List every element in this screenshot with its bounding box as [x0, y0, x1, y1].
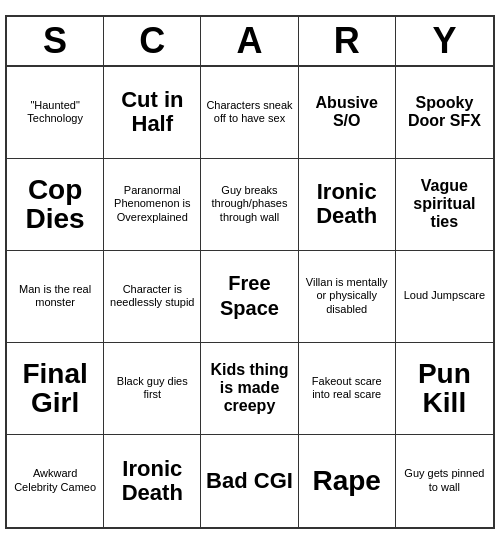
bingo-cell: Man is the real monster — [7, 251, 104, 343]
bingo-cell: Characters sneak off to have sex — [201, 67, 298, 159]
bingo-cell: Rape — [299, 435, 396, 527]
bingo-cell: Pun Kill — [396, 343, 493, 435]
header-letter: Y — [396, 17, 493, 65]
header-letter: R — [299, 17, 396, 65]
bingo-cell: Spooky Door SFX — [396, 67, 493, 159]
bingo-cell: Vague spiritual ties — [396, 159, 493, 251]
bingo-cell: Villan is mentally or physically disable… — [299, 251, 396, 343]
bingo-cell: Guy breaks through/phases through wall — [201, 159, 298, 251]
bingo-grid: "Haunted" TechnologyCut in HalfCharacter… — [7, 67, 493, 527]
bingo-cell: Awkward Celebrity Cameo — [7, 435, 104, 527]
bingo-cell: Fakeout scare into real scare — [299, 343, 396, 435]
header-letter: S — [7, 17, 104, 65]
bingo-cell: Abusive S/O — [299, 67, 396, 159]
bingo-cell: Paranormal Phenomenon is Overexplained — [104, 159, 201, 251]
header-letter: A — [201, 17, 298, 65]
bingo-cell: Black guy dies first — [104, 343, 201, 435]
header-letter: C — [104, 17, 201, 65]
bingo-card: SCARY "Haunted" TechnologyCut in HalfCha… — [5, 15, 495, 529]
bingo-cell: Character is needlessly stupid — [104, 251, 201, 343]
bingo-cell: "Haunted" Technology — [7, 67, 104, 159]
bingo-header: SCARY — [7, 17, 493, 67]
bingo-cell: Free Space — [201, 251, 298, 343]
bingo-cell: Final Girl — [7, 343, 104, 435]
bingo-cell: Bad CGI — [201, 435, 298, 527]
bingo-cell: Guy gets pinned to wall — [396, 435, 493, 527]
bingo-cell: Cop Dies — [7, 159, 104, 251]
bingo-cell: Kids thing is made creepy — [201, 343, 298, 435]
bingo-cell: Ironic Death — [299, 159, 396, 251]
bingo-cell: Loud Jumpscare — [396, 251, 493, 343]
bingo-cell: Cut in Half — [104, 67, 201, 159]
bingo-cell: Ironic Death — [104, 435, 201, 527]
